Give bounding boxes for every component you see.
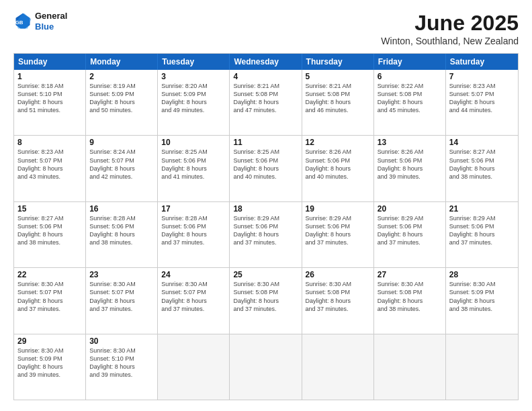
month-title: June 2025 [381,11,519,36]
calendar-cell: 19Sunrise: 8:29 AMSunset: 5:06 PMDayligh… [302,202,374,267]
calendar-cell: 16Sunrise: 8:28 AMSunset: 5:06 PMDayligh… [86,202,158,267]
calendar-header: SundayMondayTuesdayWednesdayThursdayFrid… [14,54,518,70]
calendar-header-cell: Tuesday [158,54,230,70]
logo-text: General Blue [35,11,67,32]
calendar-header-cell: Friday [374,54,446,70]
calendar-cell: 22Sunrise: 8:30 AMSunset: 5:07 PMDayligh… [14,268,86,333]
calendar-cell [158,334,230,400]
calendar-cell: 25Sunrise: 8:30 AMSunset: 5:08 PMDayligh… [230,268,302,333]
logo-icon: GB [13,12,32,31]
calendar-row: 1Sunrise: 8:18 AMSunset: 5:10 PMDaylight… [14,70,518,135]
calendar-cell: 23Sunrise: 8:30 AMSunset: 5:07 PMDayligh… [86,268,158,333]
calendar-cell: 18Sunrise: 8:29 AMSunset: 5:06 PMDayligh… [230,202,302,267]
calendar-header-cell: Wednesday [230,54,302,70]
calendar-cell [374,334,446,400]
calendar-cell: 1Sunrise: 8:18 AMSunset: 5:10 PMDaylight… [14,70,86,135]
calendar-cell: 17Sunrise: 8:28 AMSunset: 5:06 PMDayligh… [158,202,230,267]
calendar-cell: 7Sunrise: 8:23 AMSunset: 5:07 PMDaylight… [446,70,518,135]
calendar-cell: 13Sunrise: 8:26 AMSunset: 5:06 PMDayligh… [374,136,446,201]
page: GB General Blue June 2025 Winton, Southl… [0,0,532,411]
calendar-cell: 12Sunrise: 8:26 AMSunset: 5:06 PMDayligh… [302,136,374,201]
calendar-cell: 27Sunrise: 8:30 AMSunset: 5:08 PMDayligh… [374,268,446,333]
calendar-cell: 9Sunrise: 8:24 AMSunset: 5:07 PMDaylight… [86,136,158,201]
calendar-cell: 20Sunrise: 8:29 AMSunset: 5:06 PMDayligh… [374,202,446,267]
calendar-cell [230,334,302,400]
calendar-cell [302,334,374,400]
calendar-row: 8Sunrise: 8:23 AMSunset: 5:07 PMDaylight… [14,135,518,201]
calendar-cell: 28Sunrise: 8:30 AMSunset: 5:09 PMDayligh… [446,268,518,333]
location-title: Winton, Southland, New Zealand [381,36,519,46]
calendar-header-cell: Thursday [302,54,374,70]
calendar-header-cell: Saturday [446,54,518,70]
calendar-cell: 4Sunrise: 8:21 AMSunset: 5:08 PMDaylight… [230,70,302,135]
header: GB General Blue June 2025 Winton, Southl… [13,11,519,46]
calendar-row: 15Sunrise: 8:27 AMSunset: 5:06 PMDayligh… [14,201,518,267]
calendar-cell: 14Sunrise: 8:27 AMSunset: 5:06 PMDayligh… [446,136,518,201]
calendar-cell: 6Sunrise: 8:22 AMSunset: 5:08 PMDaylight… [374,70,446,135]
calendar-cell: 3Sunrise: 8:20 AMSunset: 5:09 PMDaylight… [158,70,230,135]
calendar-cell: 24Sunrise: 8:30 AMSunset: 5:07 PMDayligh… [158,268,230,333]
calendar-cell [446,334,518,400]
svg-text:GB: GB [15,19,24,25]
title-block: June 2025 Winton, Southland, New Zealand [381,11,519,46]
calendar-row: 29Sunrise: 8:30 AMSunset: 5:09 PMDayligh… [14,334,518,400]
calendar-cell: 21Sunrise: 8:29 AMSunset: 5:06 PMDayligh… [446,202,518,267]
logo: GB General Blue [13,11,67,32]
calendar-cell: 5Sunrise: 8:21 AMSunset: 5:08 PMDaylight… [302,70,374,135]
calendar-cell: 8Sunrise: 8:23 AMSunset: 5:07 PMDaylight… [14,136,86,201]
calendar-cell: 15Sunrise: 8:27 AMSunset: 5:06 PMDayligh… [14,202,86,267]
calendar-cell: 29Sunrise: 8:30 AMSunset: 5:09 PMDayligh… [14,334,86,400]
calendar-header-cell: Sunday [14,54,86,70]
calendar: SundayMondayTuesdayWednesdayThursdayFrid… [13,53,519,400]
calendar-cell: 30Sunrise: 8:30 AMSunset: 5:10 PMDayligh… [86,334,158,400]
calendar-body: 1Sunrise: 8:18 AMSunset: 5:10 PMDaylight… [14,70,518,400]
calendar-cell: 26Sunrise: 8:30 AMSunset: 5:08 PMDayligh… [302,268,374,333]
calendar-header-cell: Monday [86,54,158,70]
calendar-cell: 2Sunrise: 8:19 AMSunset: 5:09 PMDaylight… [86,70,158,135]
calendar-row: 22Sunrise: 8:30 AMSunset: 5:07 PMDayligh… [14,267,518,333]
calendar-cell: 10Sunrise: 8:25 AMSunset: 5:06 PMDayligh… [158,136,230,201]
calendar-cell: 11Sunrise: 8:25 AMSunset: 5:06 PMDayligh… [230,136,302,201]
